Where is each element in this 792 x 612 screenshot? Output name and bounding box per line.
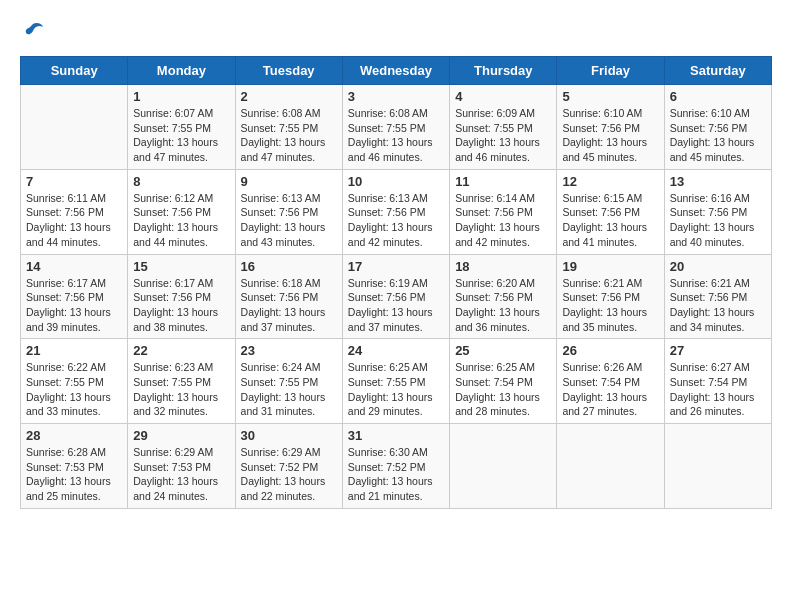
cell-date-number: 25 xyxy=(455,343,551,358)
calendar-cell: 3Sunrise: 6:08 AMSunset: 7:55 PMDaylight… xyxy=(342,85,449,170)
calendar-cell: 30Sunrise: 6:29 AMSunset: 7:52 PMDayligh… xyxy=(235,424,342,509)
calendar-cell: 10Sunrise: 6:13 AMSunset: 7:56 PMDayligh… xyxy=(342,169,449,254)
calendar-cell: 6Sunrise: 6:10 AMSunset: 7:56 PMDaylight… xyxy=(664,85,771,170)
cell-info-text: Sunrise: 6:08 AMSunset: 7:55 PMDaylight:… xyxy=(348,106,444,165)
cell-date-number: 27 xyxy=(670,343,766,358)
calendar-cell: 22Sunrise: 6:23 AMSunset: 7:55 PMDayligh… xyxy=(128,339,235,424)
calendar-cell: 28Sunrise: 6:28 AMSunset: 7:53 PMDayligh… xyxy=(21,424,128,509)
calendar-cell: 4Sunrise: 6:09 AMSunset: 7:55 PMDaylight… xyxy=(450,85,557,170)
cell-info-text: Sunrise: 6:15 AMSunset: 7:56 PMDaylight:… xyxy=(562,191,658,250)
calendar-cell xyxy=(557,424,664,509)
cell-date-number: 29 xyxy=(133,428,229,443)
cell-date-number: 14 xyxy=(26,259,122,274)
cell-info-text: Sunrise: 6:07 AMSunset: 7:55 PMDaylight:… xyxy=(133,106,229,165)
cell-info-text: Sunrise: 6:20 AMSunset: 7:56 PMDaylight:… xyxy=(455,276,551,335)
cell-date-number: 11 xyxy=(455,174,551,189)
cell-date-number: 13 xyxy=(670,174,766,189)
calendar-cell: 1Sunrise: 6:07 AMSunset: 7:55 PMDaylight… xyxy=(128,85,235,170)
cell-date-number: 9 xyxy=(241,174,337,189)
calendar-cell: 27Sunrise: 6:27 AMSunset: 7:54 PMDayligh… xyxy=(664,339,771,424)
cell-date-number: 16 xyxy=(241,259,337,274)
cell-info-text: Sunrise: 6:30 AMSunset: 7:52 PMDaylight:… xyxy=(348,445,444,504)
cell-date-number: 4 xyxy=(455,89,551,104)
cell-info-text: Sunrise: 6:17 AMSunset: 7:56 PMDaylight:… xyxy=(133,276,229,335)
calendar-table: SundayMondayTuesdayWednesdayThursdayFrid… xyxy=(20,56,772,509)
cell-date-number: 10 xyxy=(348,174,444,189)
cell-date-number: 6 xyxy=(670,89,766,104)
week-row-1: 1Sunrise: 6:07 AMSunset: 7:55 PMDaylight… xyxy=(21,85,772,170)
cell-info-text: Sunrise: 6:18 AMSunset: 7:56 PMDaylight:… xyxy=(241,276,337,335)
calendar-cell: 23Sunrise: 6:24 AMSunset: 7:55 PMDayligh… xyxy=(235,339,342,424)
cell-date-number: 17 xyxy=(348,259,444,274)
cell-date-number: 5 xyxy=(562,89,658,104)
calendar-cell: 29Sunrise: 6:29 AMSunset: 7:53 PMDayligh… xyxy=(128,424,235,509)
cell-info-text: Sunrise: 6:22 AMSunset: 7:55 PMDaylight:… xyxy=(26,360,122,419)
cell-date-number: 30 xyxy=(241,428,337,443)
calendar-cell: 16Sunrise: 6:18 AMSunset: 7:56 PMDayligh… xyxy=(235,254,342,339)
calendar-cell: 31Sunrise: 6:30 AMSunset: 7:52 PMDayligh… xyxy=(342,424,449,509)
week-row-5: 28Sunrise: 6:28 AMSunset: 7:53 PMDayligh… xyxy=(21,424,772,509)
cell-date-number: 1 xyxy=(133,89,229,104)
calendar-cell: 7Sunrise: 6:11 AMSunset: 7:56 PMDaylight… xyxy=(21,169,128,254)
cell-date-number: 24 xyxy=(348,343,444,358)
cell-info-text: Sunrise: 6:13 AMSunset: 7:56 PMDaylight:… xyxy=(241,191,337,250)
cell-info-text: Sunrise: 6:17 AMSunset: 7:56 PMDaylight:… xyxy=(26,276,122,335)
cell-info-text: Sunrise: 6:25 AMSunset: 7:54 PMDaylight:… xyxy=(455,360,551,419)
calendar-cell: 18Sunrise: 6:20 AMSunset: 7:56 PMDayligh… xyxy=(450,254,557,339)
calendar-cell: 12Sunrise: 6:15 AMSunset: 7:56 PMDayligh… xyxy=(557,169,664,254)
cell-info-text: Sunrise: 6:21 AMSunset: 7:56 PMDaylight:… xyxy=(562,276,658,335)
cell-info-text: Sunrise: 6:28 AMSunset: 7:53 PMDaylight:… xyxy=(26,445,122,504)
cell-date-number: 8 xyxy=(133,174,229,189)
calendar-cell: 19Sunrise: 6:21 AMSunset: 7:56 PMDayligh… xyxy=(557,254,664,339)
cell-date-number: 18 xyxy=(455,259,551,274)
cell-info-text: Sunrise: 6:26 AMSunset: 7:54 PMDaylight:… xyxy=(562,360,658,419)
cell-date-number: 28 xyxy=(26,428,122,443)
cell-info-text: Sunrise: 6:21 AMSunset: 7:56 PMDaylight:… xyxy=(670,276,766,335)
calendar-cell xyxy=(664,424,771,509)
logo xyxy=(20,20,44,46)
cell-date-number: 21 xyxy=(26,343,122,358)
cell-info-text: Sunrise: 6:19 AMSunset: 7:56 PMDaylight:… xyxy=(348,276,444,335)
cell-info-text: Sunrise: 6:08 AMSunset: 7:55 PMDaylight:… xyxy=(241,106,337,165)
cell-info-text: Sunrise: 6:13 AMSunset: 7:56 PMDaylight:… xyxy=(348,191,444,250)
cell-date-number: 23 xyxy=(241,343,337,358)
cell-date-number: 22 xyxy=(133,343,229,358)
day-header-friday: Friday xyxy=(557,57,664,85)
page-header xyxy=(20,20,772,46)
cell-date-number: 19 xyxy=(562,259,658,274)
day-header-tuesday: Tuesday xyxy=(235,57,342,85)
cell-date-number: 26 xyxy=(562,343,658,358)
cell-date-number: 3 xyxy=(348,89,444,104)
calendar-cell xyxy=(21,85,128,170)
week-row-3: 14Sunrise: 6:17 AMSunset: 7:56 PMDayligh… xyxy=(21,254,772,339)
calendar-cell: 2Sunrise: 6:08 AMSunset: 7:55 PMDaylight… xyxy=(235,85,342,170)
calendar-cell: 17Sunrise: 6:19 AMSunset: 7:56 PMDayligh… xyxy=(342,254,449,339)
calendar-cell: 8Sunrise: 6:12 AMSunset: 7:56 PMDaylight… xyxy=(128,169,235,254)
cell-info-text: Sunrise: 6:09 AMSunset: 7:55 PMDaylight:… xyxy=(455,106,551,165)
cell-date-number: 20 xyxy=(670,259,766,274)
cell-date-number: 2 xyxy=(241,89,337,104)
logo-bird-icon xyxy=(22,20,44,42)
day-header-monday: Monday xyxy=(128,57,235,85)
calendar-cell: 26Sunrise: 6:26 AMSunset: 7:54 PMDayligh… xyxy=(557,339,664,424)
calendar-cell xyxy=(450,424,557,509)
week-row-2: 7Sunrise: 6:11 AMSunset: 7:56 PMDaylight… xyxy=(21,169,772,254)
cell-info-text: Sunrise: 6:25 AMSunset: 7:55 PMDaylight:… xyxy=(348,360,444,419)
calendar-cell: 13Sunrise: 6:16 AMSunset: 7:56 PMDayligh… xyxy=(664,169,771,254)
cell-info-text: Sunrise: 6:14 AMSunset: 7:56 PMDaylight:… xyxy=(455,191,551,250)
calendar-cell: 14Sunrise: 6:17 AMSunset: 7:56 PMDayligh… xyxy=(21,254,128,339)
day-header-wednesday: Wednesday xyxy=(342,57,449,85)
day-header-saturday: Saturday xyxy=(664,57,771,85)
calendar-cell: 20Sunrise: 6:21 AMSunset: 7:56 PMDayligh… xyxy=(664,254,771,339)
cell-info-text: Sunrise: 6:10 AMSunset: 7:56 PMDaylight:… xyxy=(670,106,766,165)
header-row: SundayMondayTuesdayWednesdayThursdayFrid… xyxy=(21,57,772,85)
week-row-4: 21Sunrise: 6:22 AMSunset: 7:55 PMDayligh… xyxy=(21,339,772,424)
calendar-cell: 15Sunrise: 6:17 AMSunset: 7:56 PMDayligh… xyxy=(128,254,235,339)
cell-info-text: Sunrise: 6:16 AMSunset: 7:56 PMDaylight:… xyxy=(670,191,766,250)
day-header-sunday: Sunday xyxy=(21,57,128,85)
day-header-thursday: Thursday xyxy=(450,57,557,85)
calendar-cell: 5Sunrise: 6:10 AMSunset: 7:56 PMDaylight… xyxy=(557,85,664,170)
calendar-cell: 11Sunrise: 6:14 AMSunset: 7:56 PMDayligh… xyxy=(450,169,557,254)
cell-info-text: Sunrise: 6:23 AMSunset: 7:55 PMDaylight:… xyxy=(133,360,229,419)
cell-info-text: Sunrise: 6:29 AMSunset: 7:52 PMDaylight:… xyxy=(241,445,337,504)
